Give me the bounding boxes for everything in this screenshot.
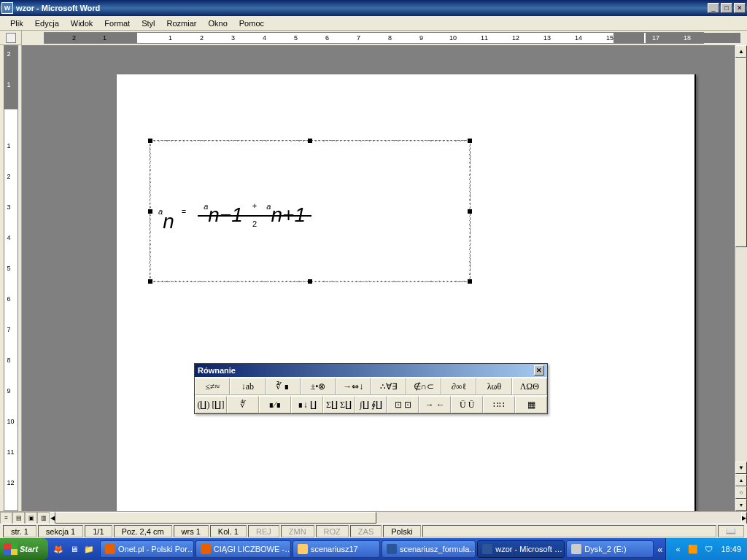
task-dysk2[interactable]: Dysk_2 (E:): [566, 540, 654, 558]
hruler-tick: 2: [72, 34, 76, 42]
equation-toolbar[interactable]: Równanie ✕ ≤≠≈ ↓ab ∛ ∎ ±•⊗ →⇔↓ ∴∀∃ ∉∩⊂ ∂…: [194, 363, 548, 414]
task-wzor[interactable]: wzor - Microsoft …: [477, 540, 565, 558]
normal-view-button[interactable]: ≡: [0, 512, 12, 524]
menu-styl[interactable]: Styl: [136, 18, 160, 29]
eq-btn-labeled-arrow[interactable]: → ←: [419, 396, 451, 413]
eq-btn-integral[interactable]: ∫∐ ∮∐: [355, 396, 387, 413]
vruler-tick: 5: [7, 265, 11, 272]
hruler-tick: 13: [543, 34, 551, 42]
vertical-scrollbar[interactable]: ▲ ▼ ▴ ○ ▾: [735, 45, 747, 511]
hruler-tick: 6: [325, 34, 329, 42]
menu-pomoc[interactable]: Pomoc: [233, 18, 270, 29]
close-button[interactable]: ✕: [734, 3, 746, 13]
doc-area[interactable]: an = an−1 + an+1 2 Równanie: [22, 45, 735, 511]
eq-btn-relations[interactable]: ≤≠≈: [195, 378, 230, 395]
task-ciagi[interactable]: CIĄGI LICZBOWE -…: [196, 540, 291, 558]
eq-btn-embellish[interactable]: ↓ab: [230, 378, 265, 395]
prev-page-button[interactable]: ▴: [735, 474, 747, 486]
hscroll-track[interactable]: [55, 512, 741, 524]
hruler-tick: 12: [512, 34, 519, 42]
equation-object[interactable]: an = an−1 + an+1 2: [150, 140, 471, 282]
browse-object-button[interactable]: ○: [735, 486, 747, 499]
status-zmn[interactable]: ZMN: [281, 525, 314, 537]
vruler-tick: 12: [7, 479, 15, 486]
eq-btn-radical[interactable]: ∜: [227, 396, 259, 413]
maximize-button[interactable]: □: [721, 3, 732, 13]
tray-chevron-icon[interactable]: «: [672, 543, 684, 555]
eq-btn-arrows[interactable]: →⇔↓: [336, 378, 371, 395]
tray-shield-icon[interactable]: 🛡: [703, 543, 714, 555]
minimize-button[interactable]: _: [708, 3, 719, 13]
eq-btn-subscript[interactable]: ∎↓ ∐: [291, 396, 323, 413]
status-language[interactable]: Polski: [383, 525, 420, 537]
vruler-tick: 6: [7, 295, 11, 303]
eq-btn-misc[interactable]: ∂∞ℓ: [441, 378, 476, 395]
scroll-down-button[interactable]: ▼: [735, 462, 747, 474]
drive-icon: [571, 544, 581, 554]
tray-app1-icon[interactable]: 🟧: [687, 543, 699, 555]
menu-widok[interactable]: Widok: [65, 18, 99, 29]
horizontal-scrollbar[interactable]: ◀ ▶: [50, 512, 747, 524]
ruler-corner[interactable]: [0, 31, 22, 44]
eq-btn-matrix4[interactable]: ▦: [515, 396, 547, 413]
eq-btn-overbar[interactable]: ⊡ ⊡: [387, 396, 419, 413]
eq-btn-greek-upper[interactable]: ΛΩΘ: [512, 378, 547, 395]
eq-btn-summation[interactable]: Σ∐ Σ∐: [323, 396, 355, 413]
status-rej[interactable]: REJ: [248, 525, 279, 537]
vscroll-track[interactable]: [735, 58, 747, 462]
tray-clock[interactable]: 18:49: [721, 545, 741, 553]
page: an = an−1 + an+1 2: [117, 74, 696, 511]
scroll-up-button[interactable]: ▲: [735, 45, 747, 58]
next-page-button[interactable]: ▾: [735, 499, 747, 511]
status-column: Kol. 1: [210, 525, 247, 537]
menu-plik[interactable]: Plik: [4, 18, 29, 29]
hscroll-thumb[interactable]: [55, 512, 376, 524]
task-scenariusz17[interactable]: scenariusz17: [293, 540, 380, 558]
vertical-ruler[interactable]: 2 1 1 2 3 4 5 6 7 8 9 10 11 12 13: [4, 45, 18, 511]
task-scenariusz-formula[interactable]: scenariusz_formula…: [382, 540, 476, 558]
eq-toolbar-close-button[interactable]: ✕: [534, 365, 544, 376]
hruler-tick: 10: [449, 34, 457, 42]
menu-edycja[interactable]: Edycja: [29, 18, 65, 29]
eq-btn-fences[interactable]: (∐) [∐]: [195, 396, 227, 413]
eq-btn-matrix3[interactable]: ∷∷: [483, 396, 515, 413]
horizontal-ruler[interactable]: 2 1 1 2 3 4 5 6 7 8 9 10 11 12 13 14 15 …: [22, 31, 747, 45]
menu-okno[interactable]: Okno: [202, 18, 233, 29]
vruler-tick: 4: [7, 234, 11, 241]
task-onet[interactable]: Onet.pl - Polski Por…: [100, 540, 194, 558]
eq-btn-logic[interactable]: ∴∀∃: [371, 378, 406, 395]
taskbar-overflow-chevron[interactable]: «: [654, 544, 665, 555]
menu-rozmiar[interactable]: Rozmiar: [161, 18, 203, 29]
word-icon: [482, 544, 492, 554]
status-roz[interactable]: ROZ: [316, 525, 349, 537]
eq-btn-fraction[interactable]: ∎⁄∎: [259, 396, 291, 413]
vscroll-thumb[interactable]: [735, 58, 747, 247]
hruler-tick: 3: [231, 34, 235, 42]
ql-firefox-icon[interactable]: 🦊: [51, 541, 66, 557]
start-button[interactable]: Start: [0, 538, 48, 560]
status-book-icon[interactable]: 📖: [718, 525, 744, 537]
outline-view-button[interactable]: ▥: [37, 512, 50, 524]
ql-app-icon[interactable]: 📁: [82, 541, 96, 557]
eq-toolbar-title-bar[interactable]: Równanie ✕: [195, 364, 547, 377]
scroll-left-button[interactable]: ◀: [50, 512, 55, 524]
menu-format[interactable]: Format: [98, 18, 136, 29]
vruler-tick: 10: [7, 418, 15, 425]
eq-btn-spaces[interactable]: ∛ ∎: [266, 378, 301, 395]
ql-desktop-icon[interactable]: 🖥: [66, 541, 81, 557]
eq-btn-prod[interactable]: Ū Ū: [451, 396, 483, 413]
taskbar: Start 🦊 🖥 📁 Onet.pl - Polski Por… CIĄGI …: [0, 538, 747, 560]
ruler-row: 2 1 1 2 3 4 5 6 7 8 9 10 11 12 13 14 15 …: [0, 31, 747, 45]
print-view-button[interactable]: ▣: [25, 512, 37, 524]
word-icon: [387, 544, 397, 554]
eq-btn-greek-lower[interactable]: λωθ: [476, 378, 511, 395]
eq-btn-operators[interactable]: ±•⊗: [301, 378, 336, 395]
scroll-right-button[interactable]: ▶: [741, 512, 747, 524]
eq-btn-set[interactable]: ∉∩⊂: [406, 378, 441, 395]
web-view-button[interactable]: ▤: [12, 512, 25, 524]
vruler-tick: 13: [7, 510, 15, 511]
status-zas[interactable]: ZAS: [350, 525, 382, 537]
start-label: Start: [20, 545, 38, 553]
title-bar: W wzor - Microsoft Word _ □ ✕: [0, 0, 747, 16]
status-bar: str. 1 sekcja 1 1/1 Poz. 2,4 cm wrs 1 Ko…: [0, 524, 747, 538]
